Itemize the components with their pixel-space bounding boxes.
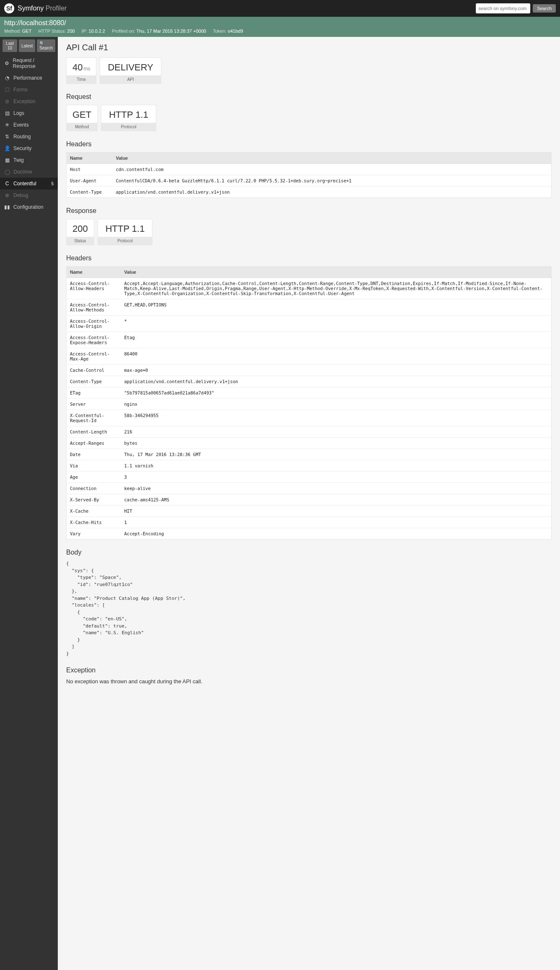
header-value: keep-alive [121,483,552,494]
last10-button[interactable]: Last 10 [3,39,17,52]
content: API Call #1 40ms Time DELIVERY API Reque… [58,37,560,970]
metric-response-protocol: HTTP 1.1 Protocol [98,219,153,245]
response-heading: Response [66,207,552,215]
sidebar-item-logs[interactable]: ▤Logs [0,107,58,119]
page-title: API Call #1 [66,43,552,52]
sidebar-item-label: Contentful [13,181,36,187]
meta-ip: IP: 10.0.2.2 [82,29,105,34]
header-name: Access-Control-Expose-Headers [67,332,121,348]
header-value: Etag [121,332,552,348]
sidebar-item-forms[interactable]: ☐Forms [0,84,58,96]
metric-request-protocol: HTTP 1.1 Protocol [101,105,156,131]
table-row: Accept-Rangesbytes [67,438,552,449]
table-row: Servernginx [67,399,552,410]
sidebar-item-doctrine[interactable]: ◯Doctrine [0,166,58,178]
doctrine-icon: ◯ [4,169,10,175]
sidebar-controls: Last 10 Latest 🔍 Search [0,37,58,54]
header-name: Access-Control-Allow-Methods [67,299,121,316]
sidebar-item-debug[interactable]: ⊕Debug [0,189,58,201]
sidebar-item-routing[interactable]: ⇅Routing [0,131,58,143]
header-name: ETag [67,387,121,399]
metric-api: DELIVERY API [100,57,161,84]
search-button[interactable]: Search [533,4,556,13]
header-value: nginx [121,399,552,410]
response-headers-heading: Headers [66,254,552,262]
forms-icon: ☐ [4,87,10,93]
topbar-search: Search [476,3,556,13]
request-headers-heading: Headers [66,140,552,148]
exception-icon: ⊘ [4,99,10,104]
sidebar-item-label: Configuration [13,204,43,210]
header-name: Content-Type [67,376,121,387]
contentful-icon: C [4,181,10,187]
header-name: User-Agent [67,175,113,187]
sidebar-item-label: Request / Response [13,57,54,69]
table-row: Connectionkeep-alive [67,483,552,494]
table-row: Content-Length216 [67,426,552,438]
header-name: X-Contentful-Request-Id [67,410,121,426]
sidebar-item-security[interactable]: 👤Security [0,143,58,154]
body-heading: Body [66,549,552,556]
sidebar-item-label: Twig [13,157,24,163]
meta-status: HTTP Status: 200 [38,29,75,34]
table-row: DateThu, 17 Mar 2016 13:28:36 GMT [67,449,552,460]
sidebar-item-contentful[interactable]: CContentful5 [0,178,58,189]
sidebar-item-label: Events [13,122,29,128]
sidebar-item-performance[interactable]: ◔Performance [0,72,58,84]
metric-time: 40ms Time [66,57,96,84]
sidebar-search-button[interactable]: 🔍 Search [37,39,55,52]
brand-text: Symfony Profiler [18,5,67,12]
metric-request-method: GET Method [66,105,98,131]
table-row: User-AgentContentfulCDA/0.6.4-beta Guzzl… [67,175,552,187]
header-value: bytes [121,438,552,449]
table-row: Access-Control-Expose-HeadersEtag [67,332,552,348]
sidebar-item-events[interactable]: ✳Events [0,119,58,131]
brand-main: Symfony [18,5,44,12]
header-value: 1.1 varnish [121,460,552,472]
header-name: Access-Control-Allow-Headers [67,278,121,299]
twig-icon: ▦ [4,157,10,163]
header-value: "5b797815a00657ad61ae021a86a7d493" [121,387,552,399]
table-row: X-Contentful-Request-Id58b-346294955 [67,410,552,426]
header-name: Server [67,399,121,410]
header-value: application/vnd.contentful.delivery.v1+j… [121,376,552,387]
header-name: Content-Length [67,426,121,438]
header-value: application/vnd.contentful.delivery.v1+j… [113,187,552,198]
sidebar-item-configuration[interactable]: ▮▮Configuration [0,201,58,213]
header-value: 216 [121,426,552,438]
summary-meta: Method: GET HTTP Status: 200 IP: 10.0.2.… [4,29,556,34]
table-row: Cache-Controlmax-age=0 [67,365,552,376]
table-row: Hostcdn.contentful.com [67,164,552,175]
meta-profiled: Profiled on: Thu, 17 Mar 2016 13:28:37 +… [112,29,206,34]
table-row: X-Cache-Hits1 [67,517,552,528]
brand-sub: Profiler [46,5,67,12]
header-value: * [121,316,552,332]
sidebar-item-request-response[interactable]: ⚙Request / Response [0,54,58,72]
sidebar-item-exception[interactable]: ⊘Exception [0,96,58,107]
header-name: Access-Control-Max-Age [67,348,121,365]
search-input[interactable] [476,3,530,13]
table-row: ETag"5b797815a00657ad61ae021a86a7d493" [67,387,552,399]
sidebar-item-twig[interactable]: ▦Twig [0,154,58,166]
sidebar: Last 10 Latest 🔍 Search ⚙Request / Respo… [0,37,58,970]
table-row: Access-Control-Max-Age86400 [67,348,552,365]
header-value: HIT [121,506,552,517]
brand: Sf Symfony Profiler [4,3,67,13]
header-value: 58b-346294955 [121,410,552,426]
security-icon: 👤 [4,145,10,151]
table-row: X-CacheHIT [67,506,552,517]
header-name: Cache-Control [67,365,121,376]
header-name: Vary [67,528,121,539]
sidebar-item-label: Logs [13,110,24,116]
exception-heading: Exception [66,667,552,674]
sidebar-item-label: Debug [13,192,28,198]
profiled-url: http://localhost:8080/ [4,19,556,27]
header-name: Age [67,472,121,483]
table-row: VaryAccept-Encoding [67,528,552,539]
header-value: 1 [121,517,552,528]
latest-button[interactable]: Latest [19,39,35,52]
header-name: X-Served-By [67,494,121,506]
request-response-icon: ⚙ [4,60,10,66]
symfony-logo-icon: Sf [4,3,14,13]
sidebar-item-label: Exception [13,99,36,104]
